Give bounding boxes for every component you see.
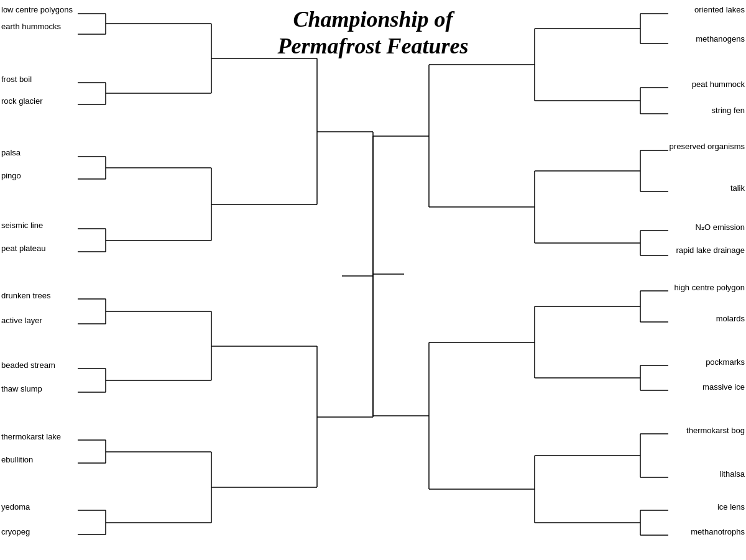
- bracket-container: Championship of Permafrost Features low …: [0, 0, 746, 560]
- bracket-lines: [0, 0, 746, 560]
